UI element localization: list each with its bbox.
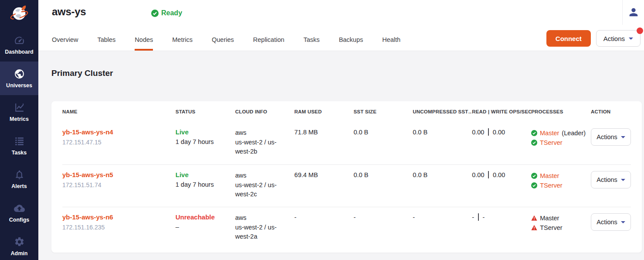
sidebar-item-label: Dashboard bbox=[5, 49, 33, 55]
universe-tab-bar: Overview Tables Nodes Metrics Queries Re… bbox=[52, 36, 420, 51]
node-actions-button[interactable]: Actions bbox=[591, 213, 631, 231]
sst-size-value: 0.0 B bbox=[353, 171, 368, 178]
sidebar-item-label: Alerts bbox=[11, 183, 27, 189]
node-row: yb-15-aws-ys-n6 172.151.16.235 Unreachab… bbox=[62, 207, 631, 253]
sst-size-value: 0.0 B bbox=[353, 129, 368, 136]
user-profile-button[interactable] bbox=[627, 6, 640, 20]
node-ip: 172.151.47.15 bbox=[62, 139, 169, 146]
warning-icon bbox=[531, 215, 537, 221]
notification-dot bbox=[637, 27, 643, 34]
uncompressed-sst-value: - bbox=[413, 214, 415, 221]
column-header-sst-size[interactable]: SST SIZE bbox=[353, 109, 413, 114]
node-uptime: – bbox=[176, 223, 228, 230]
ram-used-value: 71.8 MB bbox=[295, 129, 318, 136]
master-process-link[interactable]: Master bbox=[540, 171, 559, 181]
read-write-divider bbox=[488, 171, 489, 178]
sidebar-item-admin[interactable]: Admin bbox=[0, 229, 38, 260]
nodes-content: Primary Cluster NAME STATUS CLOUD INFO R… bbox=[38, 51, 644, 260]
tserver-process-link[interactable]: TServer bbox=[540, 181, 563, 190]
write-ops-value: 0.00 bbox=[493, 171, 505, 178]
metrics-chart-icon bbox=[14, 102, 25, 113]
cloud-zone: us-west-2 / us-west-2a bbox=[235, 223, 281, 242]
tasks-list-icon bbox=[14, 136, 25, 147]
node-actions-button[interactable]: Actions bbox=[591, 128, 631, 146]
write-ops-value: - bbox=[483, 214, 485, 221]
column-header-status[interactable]: STATUS bbox=[176, 109, 235, 114]
tab-health[interactable]: Health bbox=[382, 36, 400, 51]
check-circle-icon bbox=[531, 182, 537, 188]
yugabyte-logo[interactable] bbox=[0, 0, 38, 28]
chevron-down-icon bbox=[629, 38, 633, 40]
tab-replication[interactable]: Replication bbox=[253, 36, 285, 51]
sidebar: Dashboard Universes Metrics Tasks Alerts… bbox=[0, 0, 38, 260]
node-uptime: 1 day 7 hours bbox=[176, 138, 228, 145]
column-header-ram-used[interactable]: RAM USED bbox=[295, 109, 354, 114]
header-divider bbox=[622, 0, 623, 25]
tab-overview[interactable]: Overview bbox=[52, 36, 78, 51]
node-name-link[interactable]: yb-15-aws-ys-n5 bbox=[62, 171, 113, 178]
node-status: Live bbox=[176, 171, 228, 178]
connect-button[interactable]: Connect bbox=[546, 30, 591, 47]
gauge-icon bbox=[14, 35, 25, 46]
universe-actions-label: Actions bbox=[603, 35, 625, 42]
ready-status-badge: Ready bbox=[151, 9, 182, 17]
chevron-down-icon bbox=[621, 136, 625, 138]
node-status: Live bbox=[176, 128, 228, 136]
sidebar-item-universes[interactable]: Universes bbox=[0, 62, 38, 95]
universe-actions-button[interactable]: Actions bbox=[596, 30, 641, 47]
chevron-down-icon bbox=[621, 179, 625, 181]
node-row: yb-15-aws-ys-n5 172.151.51.74 Live 1 day… bbox=[62, 164, 631, 207]
cloud-upload-icon bbox=[14, 203, 25, 214]
node-actions-label: Actions bbox=[597, 133, 617, 140]
tab-tasks[interactable]: Tasks bbox=[304, 36, 320, 51]
master-process-link[interactable]: Master bbox=[540, 128, 559, 138]
tab-backups[interactable]: Backups bbox=[339, 36, 363, 51]
globe-icon bbox=[14, 68, 25, 79]
read-write-divider bbox=[488, 128, 489, 136]
node-actions-button[interactable]: Actions bbox=[591, 171, 631, 188]
nodes-table-header-row: NAME STATUS CLOUD INFO RAM USED SST SIZE… bbox=[62, 101, 631, 122]
ram-used-value: - bbox=[295, 214, 297, 221]
universe-header: aws-ys Ready Overview Tables Nodes Metri… bbox=[38, 0, 644, 51]
cloud-provider: aws bbox=[235, 171, 288, 181]
sidebar-item-alerts[interactable]: Alerts bbox=[0, 162, 38, 196]
tab-queries[interactable]: Queries bbox=[212, 36, 234, 51]
cloud-zone: us-west-2 / us-west-2c bbox=[235, 181, 281, 199]
read-ops-value: 0.00 bbox=[472, 129, 484, 136]
sidebar-item-tasks[interactable]: Tasks bbox=[0, 129, 38, 162]
universe-title: aws-ys bbox=[52, 6, 86, 18]
column-header-name[interactable]: NAME bbox=[62, 109, 176, 114]
check-circle-icon bbox=[531, 130, 537, 136]
nodes-table-card: NAME STATUS CLOUD INFO RAM USED SST SIZE… bbox=[51, 101, 642, 253]
warning-icon bbox=[531, 225, 537, 231]
column-header-cloud-info[interactable]: CLOUD INFO bbox=[235, 109, 295, 114]
cloud-provider: aws bbox=[235, 213, 288, 223]
sidebar-item-dashboard[interactable]: Dashboard bbox=[0, 28, 38, 62]
column-header-uncompressed-sst[interactable]: UNCOMPRESSED SST… bbox=[413, 109, 472, 114]
cluster-section-title: Primary Cluster bbox=[51, 68, 644, 78]
column-header-read-write-ops[interactable]: READ | WRITE OPS/SEC bbox=[472, 109, 531, 114]
uncompressed-sst-value: 0.0 B bbox=[413, 129, 427, 136]
column-header-action[interactable]: ACTION bbox=[591, 109, 631, 114]
check-circle-icon bbox=[531, 173, 537, 179]
master-process-label: Master bbox=[540, 213, 559, 223]
tab-tables[interactable]: Tables bbox=[97, 36, 115, 51]
sst-size-value: - bbox=[353, 214, 356, 221]
sidebar-item-label: Configs bbox=[9, 217, 30, 223]
tab-nodes[interactable]: Nodes bbox=[135, 36, 153, 51]
sidebar-item-metrics[interactable]: Metrics bbox=[0, 95, 38, 129]
sidebar-item-configs[interactable]: Configs bbox=[0, 196, 38, 229]
gear-icon bbox=[14, 236, 25, 247]
node-name-link[interactable]: yb-15-aws-ys-n6 bbox=[62, 213, 113, 221]
tserver-process-link[interactable]: TServer bbox=[540, 138, 563, 147]
chevron-down-icon bbox=[621, 221, 625, 223]
bell-icon bbox=[14, 169, 25, 180]
node-name-link[interactable]: yb-15-aws-ys-n4 bbox=[62, 128, 113, 136]
sidebar-item-label: Tasks bbox=[12, 150, 27, 156]
column-header-processes[interactable]: PROCESSES bbox=[531, 109, 591, 114]
read-ops-value: - bbox=[472, 214, 474, 221]
sidebar-item-label: Universes bbox=[6, 82, 32, 89]
planet-rocket-logo-icon bbox=[9, 4, 29, 24]
main-area: aws-ys Ready Overview Tables Nodes Metri… bbox=[38, 0, 644, 260]
tab-metrics[interactable]: Metrics bbox=[172, 36, 193, 51]
